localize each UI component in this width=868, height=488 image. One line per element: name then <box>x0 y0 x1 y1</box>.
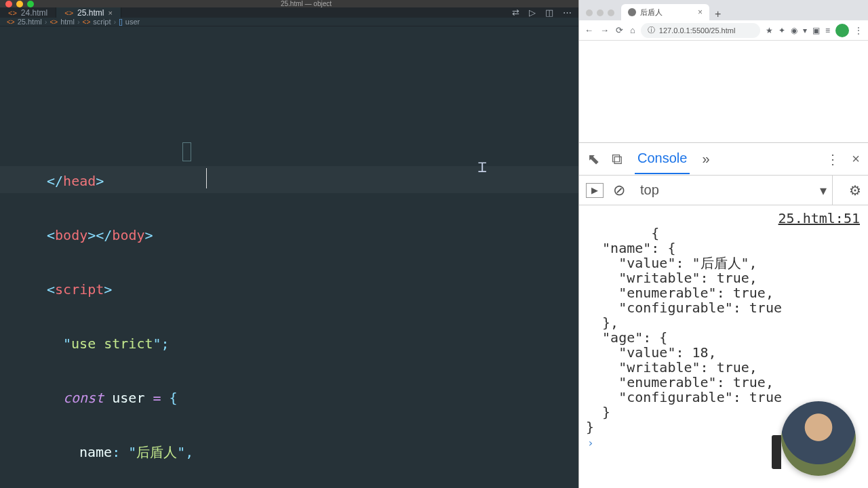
address-bar[interactable]: ⓘ 127.0.0.1:5500/25.html <box>641 23 760 38</box>
more-icon[interactable]: ⋯ <box>563 7 572 18</box>
browser-tab-title: 后盾人 <box>640 7 663 18</box>
profile-avatar[interactable] <box>835 24 849 37</box>
minimize-window-dot[interactable] <box>597 9 604 16</box>
vscode-window: 25.html — object <> 24.html <> 25.html ×… <box>0 0 578 488</box>
device-toolbar-icon[interactable]: ⧉ <box>612 150 623 168</box>
crumb-html[interactable]: <> html <box>50 18 74 26</box>
zoom-window-dot[interactable] <box>27 1 34 7</box>
bracket-match-highlight <box>182 142 191 161</box>
breadcrumbs: <> 25.html › <> html › <> script › [] us… <box>0 18 578 26</box>
chevron-right-icon: › <box>45 18 47 26</box>
traffic-lights <box>0 1 34 7</box>
devtools-tabbar: ⬉ ⧉ Console » ⋮ × <box>579 143 868 176</box>
webcam-overlay <box>781 401 856 476</box>
url-text: 127.0.0.1:5500/25.html <box>659 26 736 35</box>
context-label: top <box>640 182 659 198</box>
ext-icon[interactable]: ▣ <box>812 26 820 35</box>
file-icon: <> <box>7 18 15 26</box>
tag-icon: <> <box>83 18 91 26</box>
tab-label: 24.html <box>21 8 47 18</box>
console-sidebar-toggle[interactable]: ▶ <box>586 183 604 198</box>
browser-tab[interactable]: 后盾人 × <box>621 4 709 20</box>
crumb-label: 25.html <box>18 18 42 26</box>
favicon-icon <box>628 8 636 16</box>
code-editor[interactable]: Ꮖ </head> <body></body> <script> "use st… <box>0 26 578 488</box>
tag-icon: <> <box>50 18 58 26</box>
ext-icon[interactable]: ◉ <box>791 26 797 35</box>
source-link[interactable]: 25.html:51 <box>778 211 860 226</box>
context-selector[interactable]: top ▾ <box>635 176 833 205</box>
tab-close-icon[interactable]: × <box>108 9 112 17</box>
split-icon[interactable]: ◫ <box>545 7 553 18</box>
code-line: <script> <box>31 276 578 303</box>
home-button[interactable]: ⌂ <box>630 25 635 35</box>
crumb-label: user <box>125 18 140 26</box>
text-cursor <box>206 168 207 188</box>
ext-icon[interactable]: ★ <box>766 26 773 35</box>
chevron-right-icon: › <box>114 18 117 26</box>
variable-icon: [] <box>119 18 123 26</box>
browser-tabstrip: 后盾人 × + <box>579 0 868 20</box>
code-line: const user = { <box>31 384 578 411</box>
chrome-menu-icon[interactable]: ⋮ <box>854 26 863 35</box>
code-line: "use strict"; <box>31 330 578 357</box>
site-info-icon[interactable]: ⓘ <box>648 25 655 35</box>
console-prompt-icon[interactable]: › <box>586 436 594 449</box>
run-icon[interactable]: ▷ <box>529 7 536 18</box>
ext-icon[interactable]: ≡ <box>825 26 830 35</box>
ext-icon[interactable]: ▾ <box>803 26 807 35</box>
inspect-element-icon[interactable]: ⬉ <box>587 150 599 168</box>
editor-window-title: 25.html — object <box>34 0 578 7</box>
back-button[interactable]: ← <box>585 25 593 35</box>
chevron-down-icon: ▾ <box>820 182 827 199</box>
crumb-label: script <box>93 18 111 26</box>
editor-toolbar-right: ⇄ ▷ ◫ ⋯ <box>512 7 578 18</box>
new-tab-button[interactable]: + <box>709 8 726 20</box>
crumb-file[interactable]: <> 25.html <box>7 18 42 26</box>
tab-25-html[interactable]: <> 25.html × <box>56 7 121 18</box>
zoom-window-dot[interactable] <box>608 9 614 16</box>
diff-icon[interactable]: ⇄ <box>512 7 519 18</box>
crumb-script[interactable]: <> script <box>83 18 111 26</box>
console-settings-icon[interactable]: ⚙ <box>842 182 861 199</box>
page-viewport: ⬉ ⧉ Console » ⋮ × ▶ ⊘ top ▾ ⚙ 25.html:51 <box>579 41 868 488</box>
nav-buttons: ← → ⟳ ⌂ <box>585 25 635 35</box>
reload-button[interactable]: ⟳ <box>616 25 623 35</box>
active-line-highlight <box>0 166 578 193</box>
tab-close-icon[interactable]: × <box>698 7 703 17</box>
devtools-menu-icon[interactable]: ⋮ <box>826 151 840 167</box>
tab-console[interactable]: Console <box>635 144 690 174</box>
tab-24-html[interactable]: <> 24.html <box>0 7 56 18</box>
html-file-icon: <> <box>8 9 17 17</box>
chrome-window: 后盾人 × + ← → ⟳ ⌂ ⓘ 127.0.0.1:5500/25.html… <box>578 0 868 488</box>
forward-button[interactable]: → <box>600 25 609 35</box>
editor-tabbar: <> 24.html <> 25.html × ⇄ ▷ ◫ ⋯ <box>0 7 578 18</box>
more-tabs-icon[interactable]: » <box>702 151 709 167</box>
code-line: <body></body> <box>31 222 578 249</box>
devtools-close-icon[interactable]: × <box>852 151 860 167</box>
tab-label: 25.html <box>77 8 104 18</box>
close-window-dot[interactable] <box>586 9 593 16</box>
html-file-icon: <> <box>64 9 73 17</box>
ext-icon[interactable]: ✦ <box>778 26 785 35</box>
console-toolbar: ▶ ⊘ top ▾ ⚙ <box>579 176 868 205</box>
crumb-label: html <box>60 18 75 26</box>
minimize-window-dot[interactable] <box>16 1 23 7</box>
editor-titlebar: 25.html — object <box>0 0 578 7</box>
crumb-user[interactable]: [] user <box>119 18 140 26</box>
code-line: name: "后盾人", <box>31 439 578 466</box>
clear-console-icon[interactable]: ⊘ <box>613 182 625 199</box>
close-window-dot[interactable] <box>5 1 12 7</box>
browser-toolbar: ← → ⟳ ⌂ ⓘ 127.0.0.1:5500/25.html ★ ✦ ◉ ▾… <box>579 20 868 41</box>
extensions: ★ ✦ ◉ ▾ ▣ ≡ ⋮ <box>766 24 863 37</box>
browser-traffic-lights <box>579 9 621 20</box>
chevron-right-icon: › <box>77 18 80 26</box>
i-beam-cursor-icon: Ꮖ <box>478 154 487 181</box>
log-text: { "name": { "value": "后盾人", "writable": … <box>586 225 782 435</box>
